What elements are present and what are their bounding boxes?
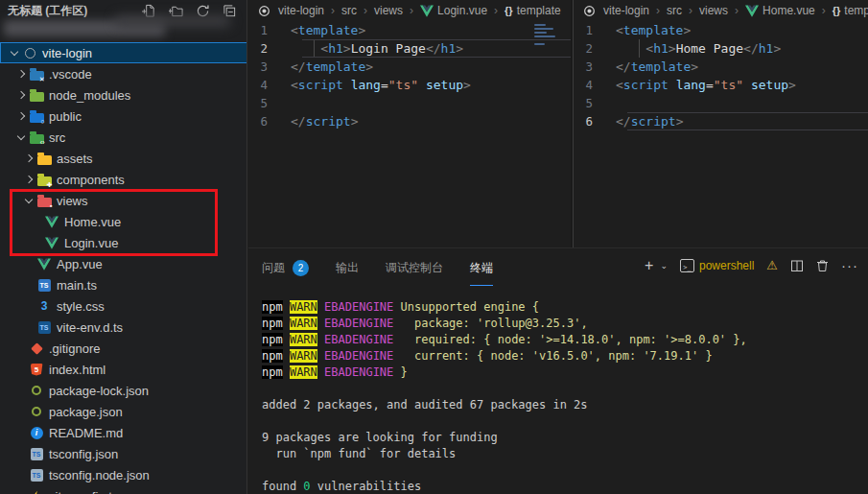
breadcrumb-separator-icon: ›	[410, 4, 413, 17]
code-token: <	[291, 76, 298, 94]
tree-item-label: style.css	[57, 299, 105, 314]
code-line: 2 <h1>Login Page</h1>	[248, 39, 571, 58]
breadcrumb-item[interactable]: vite-login	[278, 4, 324, 17]
tree-item-components[interactable]: ✚components	[0, 169, 247, 190]
kill-terminal-trash-icon[interactable]	[816, 259, 829, 272]
new-terminal-icon[interactable]: +	[645, 259, 653, 272]
code-token: >	[343, 39, 351, 58]
tree-item-vite-config-ts[interactable]: vite.config.ts	[0, 485, 247, 494]
tree-item-main-ts[interactable]: TSmain.ts	[0, 274, 247, 295]
panel-tab-调试控制台[interactable]: 调试控制台	[386, 249, 443, 286]
code-editor-login-editor[interactable]: 1<template>2 <h1>Login Page</h1>3</templ…	[248, 21, 571, 130]
split-terminal-icon[interactable]	[790, 259, 804, 272]
chevron-down-icon[interactable]	[13, 127, 29, 148]
minimap[interactable]	[534, 24, 558, 47]
line-number: 6	[248, 112, 291, 130]
code-token: <	[616, 76, 623, 94]
tree-item-src[interactable]: ‹›src	[0, 127, 247, 148]
tree-item-readme-md[interactable]: iREADME.md	[0, 422, 247, 443]
tree-item-assets[interactable]: assets	[0, 148, 247, 169]
tree-item-public[interactable]: ○public	[0, 106, 247, 127]
tree-item-tsconfig-node-json[interactable]: TStsconfig.node.json	[0, 464, 247, 485]
tree-item-views[interactable]: ▪views	[0, 190, 247, 211]
panel-tab-问题[interactable]: 问题2	[262, 249, 309, 286]
breadcrumb-item[interactable]: src	[667, 4, 682, 17]
tree-item-label: components	[57, 173, 125, 187]
terminal-picker-chevron-icon[interactable]: ⌄	[660, 261, 668, 271]
tree-item-label: tsconfig.json	[49, 447, 118, 461]
chevron-right-icon[interactable]	[21, 169, 36, 190]
tree-item-label: .gitignore	[49, 341, 100, 356]
code-token: =	[381, 76, 388, 94]
code-line: 3</template>	[248, 58, 571, 76]
tree-item-tsconfig-json[interactable]: TStsconfig.json	[0, 443, 247, 464]
tree-item-label: Home.vue	[64, 215, 121, 229]
code-line: 2 <h1>Home Page</h1>	[574, 39, 868, 58]
editor-pane-login[interactable]: vite-login›src›views›Login.vue›{}templat…	[248, 0, 571, 247]
tree-item-index-html[interactable]: 5index.html	[0, 359, 247, 380]
terminal-segment: added 2 packages, and audited 67 package…	[262, 398, 588, 412]
code-editor-home-editor[interactable]: 1<template>2 <h1>Home Page</h1>3</templa…	[574, 21, 868, 130]
breadcrumb-item-label: vite-login	[278, 4, 324, 17]
tree-item-vite-env-d-ts[interactable]: TSvite-env.d.ts	[0, 317, 247, 338]
breadcrumb-item-label: src	[667, 4, 682, 17]
code-line: 6</script>	[574, 112, 868, 130]
vue-icon	[44, 214, 59, 229]
tree-item-label: README.md	[49, 426, 123, 440]
chevron-right-icon[interactable]	[13, 106, 29, 127]
chevron-down-icon[interactable]	[7, 42, 22, 63]
tree-item-login-vue[interactable]: Login.vue	[0, 232, 247, 253]
breadcrumb-item[interactable]: {}template	[833, 4, 868, 17]
tree-item--gitignore[interactable]: .gitignore	[0, 338, 247, 359]
terminal-output[interactable]: npm WARN EBADENGINE Unsupported engine {…	[248, 287, 868, 494]
tree-item-vite-login[interactable]: vite-login	[0, 42, 247, 63]
breadcrumb-item[interactable]: vite-login	[603, 4, 649, 17]
tree-item-style-css[interactable]: 3style.css	[0, 295, 247, 317]
more-actions-icon[interactable]: ···	[841, 257, 858, 273]
code-token: >	[351, 112, 359, 130]
chevron-right-icon[interactable]	[13, 84, 29, 106]
panel-tab-输出[interactable]: 输出	[336, 249, 359, 286]
breadcrumb: vite-login›src›views›Home.vue›{}template	[574, 0, 868, 21]
vue-icon	[745, 5, 759, 17]
code-token: setup	[751, 76, 788, 94]
breadcrumb-item[interactable]: views	[699, 4, 728, 17]
tree-item-app-vue[interactable]: App.vue	[0, 253, 247, 274]
line-number: 3	[574, 58, 616, 76]
panel-tab-终端[interactable]: 终端	[470, 249, 493, 286]
chevron-right-icon[interactable]	[13, 63, 29, 84]
panel-actions: + ⌄ >_ powershell ⚠ ···	[645, 257, 858, 273]
line-number: 4	[574, 76, 616, 94]
terminal-shell-item[interactable]: >_ powershell	[680, 259, 754, 272]
terminal-segment	[283, 333, 290, 346]
breadcrumb-item[interactable]: src	[341, 4, 357, 17]
chevron-right-icon[interactable]	[21, 148, 36, 169]
tree-item-node-modules[interactable]: node_modules	[0, 84, 247, 106]
breadcrumb-item[interactable]: Home.vue	[745, 4, 815, 17]
breadcrumb-item[interactable]: views	[374, 4, 403, 17]
readme-icon: i	[29, 425, 44, 440]
tree-item-home-vue[interactable]: Home.vue	[0, 211, 247, 232]
tree-item-package-json[interactable]: package.json	[0, 401, 247, 422]
code-token: h1	[328, 39, 343, 58]
chevron-down-icon[interactable]	[21, 190, 36, 211]
warning-icon[interactable]: ⚠	[766, 258, 778, 272]
terminal-segment: found	[262, 480, 303, 493]
vue-icon	[44, 235, 59, 250]
code-token: template	[631, 58, 692, 76]
editor-pane-home[interactable]: vite-login›src›views›Home.vue›{}template…	[574, 0, 868, 247]
breadcrumb-item-label: src	[341, 4, 357, 17]
tree-item-package-lock-json[interactable]: package-lock.json	[0, 380, 247, 401]
breadcrumb-item[interactable]: {}template	[504, 4, 561, 17]
tree-item-label: package.json	[49, 405, 123, 419]
tree-item--vscode[interactable]: ✕.vscode	[0, 63, 247, 84]
tree-item-label: public	[49, 109, 82, 124]
workspace-title: 无标题 (工作区)	[8, 3, 87, 19]
npm-icon	[29, 383, 44, 398]
code-line: 5	[248, 94, 571, 112]
breadcrumb-item[interactable]: Login.vue	[420, 4, 487, 17]
code-token: </	[743, 39, 759, 58]
code-token: >	[691, 58, 698, 76]
terminal-segment: EBADENGINE	[324, 349, 393, 363]
code-token: </	[426, 39, 441, 58]
